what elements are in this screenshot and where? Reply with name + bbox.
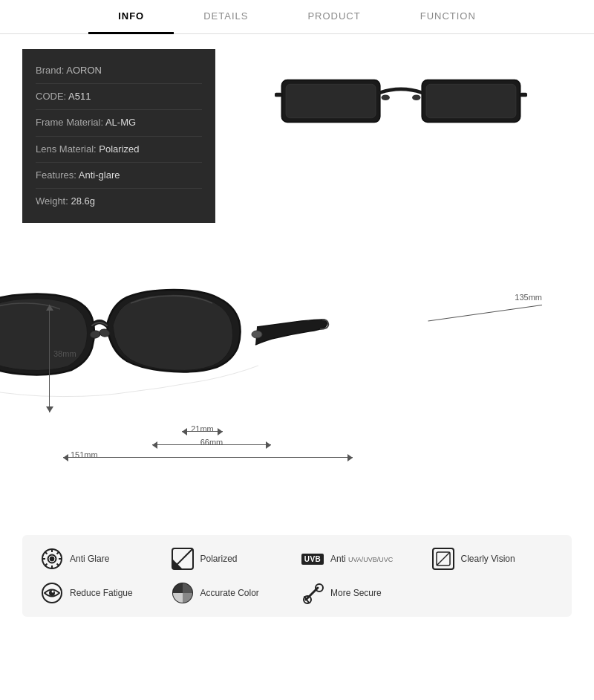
color-icon xyxy=(171,581,195,605)
secure-icon xyxy=(301,581,324,605)
more-secure-label: More Secure xyxy=(330,588,382,598)
uvb-label: Anti UVA/UVB/UVC xyxy=(330,554,393,564)
main-content: Brand: AORON CODE: A511 Frame Material: … xyxy=(0,34,594,632)
reduce-fatigue-label: Reduce Fatigue xyxy=(70,588,133,598)
info-row-code: CODE: A511 xyxy=(36,84,202,110)
bridge-label: 21mm xyxy=(182,424,223,433)
code-label: CODE: xyxy=(36,91,66,102)
svg-rect-6 xyxy=(275,93,281,97)
svg-rect-1 xyxy=(286,84,376,117)
info-row-weight: Weight: 28.6g xyxy=(36,189,202,214)
eye-icon xyxy=(40,581,64,605)
temple-label: 135mm xyxy=(515,293,542,302)
svg-rect-7 xyxy=(520,93,527,97)
svg-line-20 xyxy=(57,564,59,566)
tab-function[interactable]: FUNCTION xyxy=(391,0,506,34)
frame-value: AL-MG xyxy=(105,117,136,128)
svg-point-9 xyxy=(252,331,262,338)
feature-polarized: Polarized xyxy=(171,547,294,571)
weight-label: Weight: xyxy=(36,195,68,207)
feature-uvb: UVB Anti UVA/UVB/UVC xyxy=(301,547,424,571)
top-row: Brand: AORON CODE: A511 Frame Material: … xyxy=(22,49,572,223)
info-row-features: Features: Anti-glare xyxy=(36,163,202,189)
features-label: Features: xyxy=(36,169,76,181)
dimensions-section: 38mm 135mm 21mm 151mm xyxy=(22,245,572,520)
product-image-top xyxy=(230,49,572,153)
svg-line-19 xyxy=(45,552,48,554)
info-row-lens: Lens Material: Polarized xyxy=(36,137,202,163)
frame-label: Frame Material: xyxy=(36,117,103,128)
lens-width-label: 66mm xyxy=(152,438,271,447)
feature-vision: Clearly Vision xyxy=(431,547,555,571)
height-label: 38mm xyxy=(53,349,76,358)
polarized-icon xyxy=(171,547,195,571)
info-row-frame: Frame Material: AL-MG xyxy=(36,110,202,136)
feature-accurate-color: Accurate Color xyxy=(171,581,294,605)
gear-sun-icon xyxy=(40,547,64,571)
tab-info[interactable]: INFO xyxy=(88,0,174,34)
svg-point-5 xyxy=(412,95,420,101)
vision-icon xyxy=(431,547,455,571)
lens-value: Polarized xyxy=(99,143,139,155)
feature-anti-glare: Anti Glare xyxy=(40,547,163,571)
vision-label: Clearly Vision xyxy=(461,554,515,564)
svg-line-21 xyxy=(57,552,59,554)
feature-more-secure: More Secure xyxy=(301,581,424,605)
tab-details[interactable]: DETAILS xyxy=(174,0,278,34)
weight-value: 28.6g xyxy=(71,195,95,207)
anti-glare-label: Anti Glare xyxy=(70,554,109,564)
glasses-top-image xyxy=(275,56,527,146)
features-bar: Anti Glare Polarized UVB Anti UVA/UVB/UV… xyxy=(22,535,572,617)
total-width-label: 151mm xyxy=(63,450,353,459)
svg-point-30 xyxy=(52,591,54,593)
brand-label: Brand: xyxy=(36,65,64,76)
features-value: Anti-glare xyxy=(79,169,120,181)
navigation-tabs: INFO DETAILS PRODUCT FUNCTION xyxy=(0,0,594,34)
polarized-label: Polarized xyxy=(200,554,238,564)
svg-line-22 xyxy=(45,564,48,566)
info-box: Brand: AORON CODE: A511 Frame Material: … xyxy=(22,49,215,223)
dim-lens-width: 66mm xyxy=(152,437,271,447)
lens-label: Lens Material: xyxy=(36,143,97,155)
code-value: A511 xyxy=(68,91,91,102)
tab-product[interactable]: PRODUCT xyxy=(278,0,390,34)
uvb-icon: UVB xyxy=(301,547,324,571)
svg-line-27 xyxy=(437,552,450,565)
uvb-badge: UVB xyxy=(301,554,324,565)
feature-reduce-fatigue: Reduce Fatigue xyxy=(40,581,163,605)
dim-bridge: 21mm xyxy=(182,424,223,433)
svg-point-4 xyxy=(382,95,390,101)
dim-total-width: 151mm xyxy=(63,450,353,459)
accurate-color-label: Accurate Color xyxy=(200,588,259,598)
info-row-brand: Brand: AORON xyxy=(36,58,202,84)
svg-rect-3 xyxy=(426,84,516,117)
